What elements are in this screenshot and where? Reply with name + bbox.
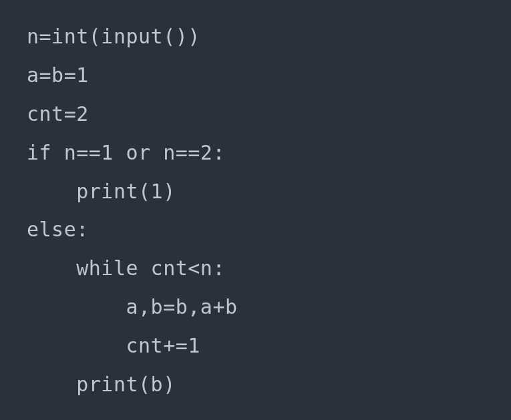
code-line-9: cnt+=1 [27, 327, 484, 365]
code-line-10: print(b) [27, 365, 484, 404]
code-block: n=int(input()) a=b=1 cnt=2 if n==1 or n=… [27, 17, 484, 404]
code-line-4: if n==1 or n==2: [27, 134, 484, 172]
code-line-1: n=int(input()) [27, 17, 484, 56]
code-line-6: else: [27, 210, 484, 249]
code-line-3: cnt=2 [27, 95, 484, 134]
code-line-5: print(1) [27, 172, 484, 211]
code-line-8: a,b=b,a+b [27, 288, 484, 327]
code-line-2: a=b=1 [27, 56, 484, 95]
code-line-7: while cnt<n: [27, 249, 484, 288]
